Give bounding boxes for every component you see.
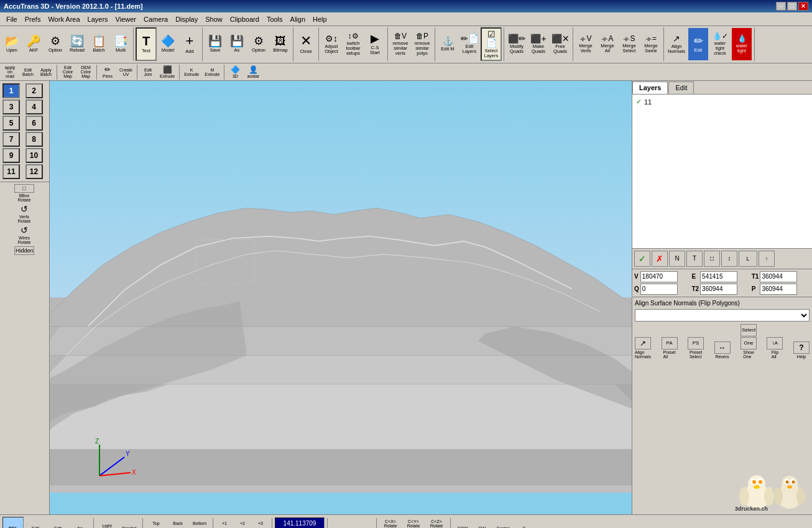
num-btn-6[interactable]: 6 [25, 116, 43, 131]
num-btn-9[interactable]: 9 [2, 148, 20, 163]
cz-rotate-button[interactable]: C<Z>Rotate [425, 517, 448, 528]
no-stage-button[interactable]: No Stage [70, 517, 91, 529]
layer-tool-n[interactable]: N [669, 251, 685, 267]
num-btn-8[interactable]: 8 [25, 132, 43, 147]
num-btn-7[interactable]: 7 [2, 132, 20, 147]
back-button[interactable]: Back [167, 517, 188, 528]
close-button-tb[interactable]: ✕ Close [295, 27, 316, 61]
cx-rotate-button[interactable]: C<X>Rotate [379, 517, 402, 528]
align-normals-sub-button[interactable]: ↗ [635, 337, 651, 350]
num-btn-1[interactable]: 1 [2, 83, 20, 98]
maximize-button[interactable]: □ [787, 2, 797, 11]
bottom-button[interactable]: Bottom [189, 517, 210, 528]
cs-start-button[interactable]: ▶ C-S Start [364, 27, 385, 61]
menu-tools[interactable]: Tools [263, 14, 287, 24]
menu-viewer[interactable]: Viewer [112, 14, 140, 24]
edit-layers-button[interactable]: ✏📄 Edit Layers [459, 27, 480, 61]
add-button[interactable]: + Add [179, 27, 200, 61]
edit-bkgrd-button[interactable]: Edit Bkgrd [25, 517, 46, 529]
ogl-on-button[interactable]: OGL ON [2, 517, 24, 529]
pens-button[interactable]: ✏ Pens [99, 65, 116, 80]
dem-color-map-button[interactable]: DEM Color Map [77, 65, 95, 80]
num-btn-11[interactable]: 11 [2, 164, 20, 179]
cgl-button[interactable]: CGL [353, 517, 374, 529]
modify-quads-button[interactable]: ⬛✏ Modify Quads [506, 27, 527, 61]
c-rotate-button[interactable]: CRotate [515, 524, 533, 528]
edit-join-button[interactable]: Edit Join [139, 65, 157, 80]
align-help-button[interactable]: ? [793, 341, 810, 354]
revers-button[interactable]: ↔ [714, 341, 731, 354]
menu-show[interactable]: Show [201, 14, 226, 24]
save-as-button[interactable]: 💾 As [226, 27, 247, 61]
reload-button[interactable]: 🔄 Reload [67, 27, 88, 61]
make-quads-button[interactable]: ⬛+ Make Quads [528, 27, 549, 61]
k-extrude-button[interactable]: K Extrude [182, 65, 201, 80]
num-btn-2[interactable]: 2 [25, 83, 43, 98]
menu-display[interactable]: Display [172, 14, 201, 24]
one-button[interactable]: One [740, 337, 757, 350]
select-button[interactable]: Select [740, 324, 757, 336]
merge-all-button[interactable]: ⟛A Merge All [597, 27, 618, 61]
edit-batch-button[interactable]: Edit Batch [19, 65, 37, 80]
apply-on-read-button[interactable]: apply on read [1, 65, 19, 80]
menu-prefs[interactable]: Prefs [21, 14, 45, 24]
num-btn-12[interactable]: 12 [25, 164, 43, 179]
t2-input[interactable] [700, 284, 737, 295]
menu-camera[interactable]: Camera [140, 14, 172, 24]
multi-button[interactable]: 📑 Multi [110, 27, 131, 61]
bitmap-button[interactable]: 🖼 Bitmap [270, 27, 291, 61]
akf-button[interactable]: 🔑 AKF [23, 27, 44, 61]
water-tight-check-button[interactable]: 💧✓ water tight check [709, 27, 731, 61]
menu-layers[interactable]: Layers [84, 14, 112, 24]
layer-tool-box[interactable]: □ [704, 251, 720, 267]
bbox-rotate-button[interactable]: □ BBoxRotate [1, 183, 47, 203]
e-input[interactable] [700, 271, 737, 282]
preset-all-button[interactable]: PA [662, 337, 678, 350]
align-normals-button[interactable]: ↗ Align Normals [666, 27, 687, 61]
m-extrude-button[interactable]: M Extrude [202, 65, 222, 80]
light-both-sides-button[interactable]: Light both sides [96, 517, 118, 529]
3d-button[interactable]: 🔷 3D [226, 65, 244, 80]
menu-help[interactable]: Help [309, 14, 331, 24]
world-button[interactable]: world [330, 517, 351, 529]
q-input[interactable] [640, 284, 678, 295]
merge-same-button[interactable]: ⟛= Merge Same [640, 27, 662, 61]
zoom3-button[interactable]: +3 [252, 517, 269, 528]
hidden-button[interactable]: Hidden [1, 246, 47, 269]
menu-align[interactable]: Align [287, 14, 309, 24]
menu-clipboard[interactable]: Clipboard [226, 14, 263, 24]
layer-tool-t[interactable]: T [686, 251, 703, 267]
num-btn-4[interactable]: 4 [25, 100, 43, 114]
menu-workarea[interactable]: Work Area [44, 14, 83, 24]
option2-button[interactable]: ⚙ Option [248, 27, 269, 61]
open-button[interactable]: 📂 Upen [1, 27, 22, 61]
preset-select-button[interactable]: PS [688, 337, 704, 350]
parallel-off-button[interactable]: Parallel OFF [119, 517, 140, 529]
edit-button-tb[interactable]: ✏ Edit [688, 27, 709, 61]
remove-similar-polys-button[interactable]: 🗑P remove similar polys [412, 27, 433, 61]
water-tight-button[interactable]: 💧 water tight [731, 27, 752, 61]
cw-pivot-button[interactable]: CWpivot [473, 524, 491, 528]
t1-input[interactable] [760, 271, 797, 282]
p-input[interactable] [760, 284, 797, 295]
merge-verts-button[interactable]: ⟛V Merge Verts [575, 27, 596, 61]
coord-input[interactable] [275, 517, 325, 529]
minimize-button[interactable]: ─ [776, 2, 786, 11]
layer-tool-up[interactable]: ↑ [759, 251, 775, 267]
wires-rotate-button[interactable]: ↺ WiresRotate [1, 225, 47, 245]
viewport[interactable]: Y X Z [50, 81, 632, 514]
close-button[interactable]: ✕ [798, 2, 808, 11]
align-dropdown[interactable] [635, 309, 810, 322]
batch-button[interactable]: 📋 Batch [88, 27, 109, 61]
menu-file[interactable]: File [2, 14, 21, 24]
num-btn-5[interactable]: 5 [2, 116, 20, 131]
edit-color-map-button[interactable]: Edit Color Map [59, 65, 76, 80]
zoom1-button[interactable]: +1 [216, 517, 233, 528]
v-input[interactable] [640, 271, 678, 282]
num-btn-10[interactable]: 10 [25, 148, 43, 163]
remove-similar-verts-button[interactable]: 🗑V remove similar verts [390, 27, 411, 61]
avatar-button[interactable]: 👤 avatar [244, 65, 262, 80]
flip-all-button[interactable]: ↕A [767, 337, 783, 350]
edit-stage-button[interactable]: Edit Stage [47, 517, 68, 529]
switch-toolbar-button[interactable]: ↕⚙ switch toolbar setups [343, 27, 364, 61]
